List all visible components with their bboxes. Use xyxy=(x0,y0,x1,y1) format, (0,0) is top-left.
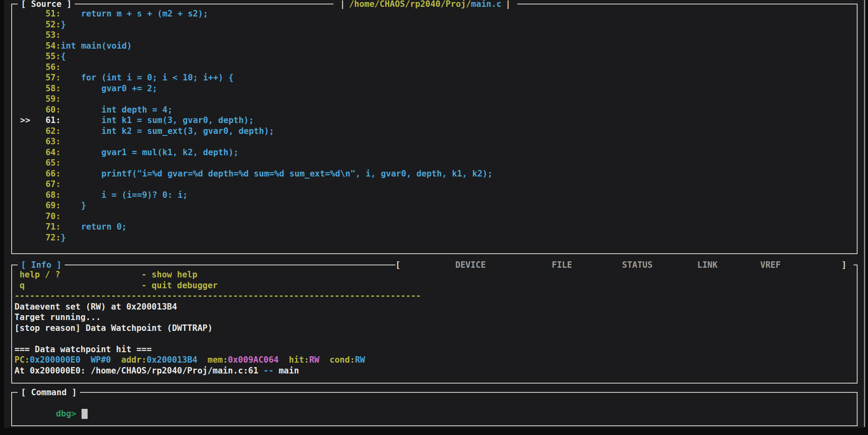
line-number: 58: xyxy=(30,84,61,93)
status-bar: [ DEVICE FILE STATUS LINK VREF ] xyxy=(395,259,854,271)
line-number: 56: xyxy=(30,62,61,72)
file-path-name: main.c xyxy=(471,0,502,10)
line-number: 69: xyxy=(30,201,61,210)
info-log-segment: cond: xyxy=(330,355,355,365)
status-col-status: STATUS xyxy=(622,259,653,271)
line-marker-empty xyxy=(20,9,30,18)
info-log-segment: RW xyxy=(355,355,365,365)
file-path-bar: |/home/CHAOS/rp2040/Proj/main.c| xyxy=(334,0,517,10)
line-number: 62: xyxy=(30,126,61,136)
line-number: 54: xyxy=(30,41,61,51)
info-log: help / ? - show help q - quit debugger--… xyxy=(12,269,855,376)
info-log-segment: q - quit debugger xyxy=(14,281,218,290)
line-marker-empty xyxy=(20,62,30,72)
info-log-segment xyxy=(279,355,289,365)
source-line: 69: } xyxy=(20,200,855,211)
line-marker-empty xyxy=(20,169,30,179)
info-log-line: Dataevent set (RW) at 0x200013B4 xyxy=(14,302,855,312)
info-log-segment xyxy=(80,355,90,365)
source-line: 66: printf("i=%d gvar=%d depth=%d sum=%d… xyxy=(20,168,855,179)
line-marker-empty xyxy=(20,179,30,189)
line-marker-empty xyxy=(20,41,30,51)
line-marker-empty xyxy=(20,94,30,104)
source-line: 58: gvar0 += 2; xyxy=(20,83,855,94)
path-pipe-left: | xyxy=(336,0,349,10)
source-line: >> 61: int k1 = sum(3, gvar0, depth); xyxy=(20,115,855,126)
code-text: } xyxy=(61,201,86,210)
code-text: return m + s + (m2 + s2); xyxy=(61,9,208,18)
line-marker-empty xyxy=(20,51,30,61)
line-number: 71: xyxy=(30,222,61,232)
info-log-line: === Data watchpoint hit === xyxy=(14,344,855,355)
line-marker-empty xyxy=(20,190,30,200)
command-prompt: dbg> xyxy=(56,409,76,419)
code-text: } xyxy=(61,20,66,29)
code-text: int depth = 4; xyxy=(61,105,172,115)
info-log-line: At 0x200000E0: /home/CHAOS/rp2040/Proj/m… xyxy=(14,365,855,376)
info-log-segment xyxy=(111,355,121,365)
status-bar-close-bracket: ] xyxy=(841,259,847,271)
source-line: 71: return 0; xyxy=(20,222,855,232)
status-col-file: FILE xyxy=(552,259,572,271)
status-col-vref: VREF xyxy=(760,259,781,271)
current-line-marker: >> xyxy=(20,115,30,125)
line-marker-empty xyxy=(20,158,30,168)
line-marker-empty xyxy=(20,137,30,146)
info-log-line: [stop reason] Data Watchpoint (DWTTRAP) xyxy=(14,323,855,334)
source-line: 55:{ xyxy=(20,51,855,62)
info-log-line xyxy=(14,333,855,344)
source-line: 65: xyxy=(20,158,855,168)
source-line: 57: for (int i = 0; i < 10; i++) { xyxy=(20,72,855,83)
info-log-segment: PC: xyxy=(14,355,30,365)
info-log-segment: ----------------------------------------… xyxy=(14,291,421,301)
source-line: 67: xyxy=(20,179,855,190)
status-bar-open-bracket: [ xyxy=(395,259,401,271)
line-marker-empty xyxy=(20,30,30,40)
line-marker-empty xyxy=(20,73,30,82)
line-marker-empty xyxy=(20,126,30,136)
source-line: 52:} xyxy=(20,19,855,30)
info-log-line: ----------------------------------------… xyxy=(14,291,855,302)
info-log-line: Target running... xyxy=(14,312,855,323)
code-text: gvar1 = mul(k1, k2, depth); xyxy=(61,148,239,157)
info-log-segment: WP#0 xyxy=(91,355,111,365)
line-number: 63: xyxy=(30,137,61,146)
terminal-window: [ Source ] |/home/CHAOS/rp2040/Proj/main… xyxy=(4,0,864,428)
line-number: 64: xyxy=(30,148,61,157)
info-panel-title: [ Info ] xyxy=(18,259,65,271)
command-panel-title: [ Command ] xyxy=(18,386,80,398)
source-line: 63: xyxy=(20,136,855,147)
command-input[interactable]: dbg> xyxy=(12,393,857,430)
file-path-dir: /home/CHAOS/rp2040/Proj/ xyxy=(349,0,471,10)
info-log-segment: help / ? - show help xyxy=(14,270,197,279)
line-number: 57: xyxy=(30,73,61,82)
info-log-segment: -- xyxy=(264,366,274,375)
command-panel: [ Command ] dbg> xyxy=(11,392,858,426)
line-marker-empty xyxy=(20,105,30,115)
source-panel: [ Source ] |/home/CHAOS/rp2040/Proj/main… xyxy=(11,4,858,254)
text-cursor[interactable] xyxy=(82,409,88,419)
info-log-segment: 0x009AC064 xyxy=(228,355,278,365)
line-number: 51: xyxy=(30,9,61,18)
window-right-edge xyxy=(864,0,865,427)
code-text: i = (i==9)? 0: i; xyxy=(61,190,188,200)
status-col-device: DEVICE xyxy=(455,259,486,271)
source-line: 70: xyxy=(20,211,855,222)
info-log-segment: hit: xyxy=(289,355,309,365)
info-log-segment xyxy=(197,355,207,365)
line-marker-empty xyxy=(20,84,30,93)
source-line: 64: gvar1 = mul(k1, k2, depth); xyxy=(20,147,855,158)
code-text: gvar0 += 2; xyxy=(61,84,157,93)
info-log-segment: Dataevent set (RW) at 0x200013B4 xyxy=(14,302,177,312)
line-marker-empty xyxy=(20,222,30,232)
source-line: 60: int depth = 4; xyxy=(20,105,855,115)
line-marker-empty xyxy=(20,20,30,29)
line-marker-empty xyxy=(20,233,30,242)
line-marker-empty xyxy=(20,148,30,157)
info-log-segment: RW xyxy=(309,355,319,365)
info-log-segment: [stop reason] Data Watchpoint (DWTTRAP) xyxy=(14,323,213,333)
source-line: 72:} xyxy=(20,232,855,243)
line-number: 55: xyxy=(30,51,61,61)
info-log-segment: main xyxy=(274,366,299,375)
line-number: 70: xyxy=(30,211,61,221)
